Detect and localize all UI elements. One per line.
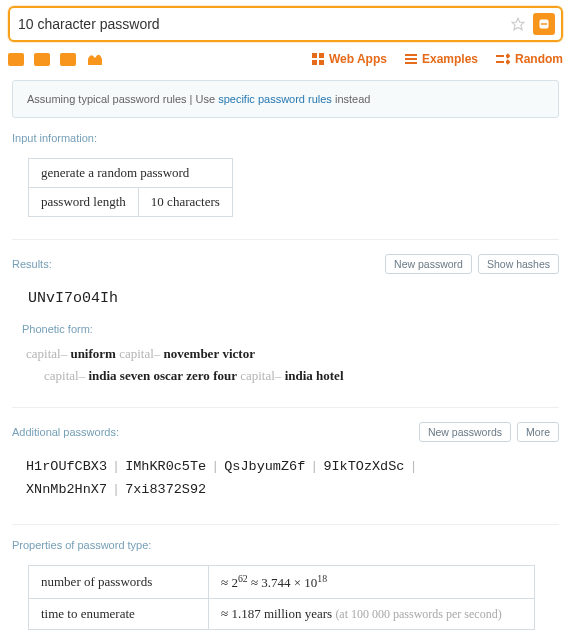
svg-rect-4 bbox=[319, 53, 324, 58]
input-info-row1: generate a random password bbox=[29, 159, 233, 188]
property-label: time to enumerate bbox=[29, 599, 209, 630]
search-bar bbox=[8, 6, 563, 42]
input-info-row2-label: password length bbox=[29, 188, 139, 217]
new-password-button[interactable]: New password bbox=[385, 254, 472, 274]
search-input[interactable] bbox=[18, 16, 509, 32]
new-passwords-button[interactable]: New passwords bbox=[419, 422, 511, 442]
separator: | bbox=[107, 482, 125, 497]
property-value: ≈ 262 ≈ 3.744 × 1018 bbox=[209, 566, 535, 599]
section-results: Results: New password Show hashes UNvI7o… bbox=[12, 254, 559, 397]
phonetic-word: seven bbox=[120, 368, 150, 383]
assumption-suffix: instead bbox=[332, 93, 371, 105]
section-title: Results: bbox=[12, 258, 52, 270]
phonetic-form: capital– uniform capital– november victo… bbox=[18, 341, 553, 389]
phonetic-prefix: capital– bbox=[240, 368, 284, 383]
phonetic-word: oscar bbox=[153, 368, 183, 383]
section-additional: Additional passwords: New passwords More… bbox=[12, 422, 559, 514]
image-input-icon[interactable] bbox=[34, 53, 50, 66]
phonetic-label: Phonetic form: bbox=[22, 323, 553, 335]
svg-rect-3 bbox=[312, 53, 317, 58]
table-row: number of passwords≈ 262 ≈ 3.744 × 1018 bbox=[29, 566, 535, 599]
property-label: number of passwords bbox=[29, 566, 209, 599]
nav-webapps-label: Web Apps bbox=[329, 52, 387, 66]
svg-rect-8 bbox=[405, 58, 417, 60]
properties-table: number of passwords≈ 262 ≈ 3.744 × 1018t… bbox=[28, 565, 535, 630]
phonetic-prefix: capital– bbox=[119, 346, 163, 361]
input-info-row2-value: 10 characters bbox=[138, 188, 232, 217]
data-input-icon[interactable] bbox=[60, 53, 76, 66]
nav-random[interactable]: Random bbox=[496, 52, 563, 66]
separator: | bbox=[404, 459, 422, 474]
assumption-bar: Assuming typical password rules | Use sp… bbox=[12, 80, 559, 118]
additional-password-item: H1rOUfCBX3 bbox=[26, 459, 107, 474]
section-title: Additional passwords: bbox=[12, 426, 119, 438]
phonetic-word: india bbox=[285, 368, 313, 383]
table-row: time to enumerate≈ 1.187 million years (… bbox=[29, 599, 535, 630]
svg-rect-5 bbox=[312, 60, 317, 65]
extended-keyboard-icon[interactable] bbox=[8, 53, 24, 66]
section-title: Properties of password type: bbox=[12, 539, 151, 551]
phonetic-prefix: capital– bbox=[44, 368, 88, 383]
svg-marker-0 bbox=[512, 18, 524, 30]
additional-password-item: QsJbyumZ6f bbox=[224, 459, 305, 474]
section-title: Input information: bbox=[12, 132, 97, 144]
phonetic-word: hotel bbox=[316, 368, 343, 383]
svg-rect-9 bbox=[405, 62, 417, 64]
property-value: ≈ 1.187 million years (at 100 000 passwo… bbox=[209, 599, 535, 630]
phonetic-word: four bbox=[213, 368, 237, 383]
phonetic-word: victor bbox=[222, 346, 254, 361]
svg-rect-7 bbox=[405, 54, 417, 56]
submit-button[interactable] bbox=[533, 13, 555, 35]
nav-examples-label: Examples bbox=[422, 52, 478, 66]
assumption-link[interactable]: specific password rules bbox=[218, 93, 332, 105]
section-input-info: Input information: generate a random pas… bbox=[12, 132, 559, 229]
phonetic-word: uniform bbox=[70, 346, 116, 361]
additional-password-item: XNnMb2HnX7 bbox=[26, 482, 107, 497]
result-password: UNvI7o04Ih bbox=[18, 284, 553, 313]
separator: | bbox=[107, 459, 125, 474]
separator: | bbox=[206, 459, 224, 474]
svg-rect-6 bbox=[319, 60, 324, 65]
more-button[interactable]: More bbox=[517, 422, 559, 442]
separator: | bbox=[305, 459, 323, 474]
phonetic-prefix: capital– bbox=[26, 346, 70, 361]
nav-webapps[interactable]: Web Apps bbox=[312, 52, 387, 66]
input-info-table: generate a random password password leng… bbox=[28, 158, 233, 217]
nav-random-label: Random bbox=[515, 52, 563, 66]
phonetic-word: zero bbox=[186, 368, 210, 383]
additional-password-item: IMhKR0c5Te bbox=[125, 459, 206, 474]
file-upload-icon[interactable] bbox=[86, 53, 102, 66]
section-properties: Properties of password type: number of p… bbox=[12, 539, 559, 630]
phonetic-word: india bbox=[88, 368, 116, 383]
additional-passwords: H1rOUfCBX3|IMhKR0c5Te|QsJbyumZ6f|9IkTOzX… bbox=[18, 452, 553, 506]
show-hashes-button[interactable]: Show hashes bbox=[478, 254, 559, 274]
additional-password-item: 7xi8372S92 bbox=[125, 482, 206, 497]
nav-examples[interactable]: Examples bbox=[405, 52, 478, 66]
star-icon[interactable] bbox=[509, 15, 527, 33]
toolbar: Web Apps Examples Random bbox=[8, 46, 563, 72]
additional-password-item: 9IkTOzXdSc bbox=[323, 459, 404, 474]
phonetic-word: november bbox=[164, 346, 220, 361]
assumption-prefix: Assuming typical password rules | Use bbox=[27, 93, 218, 105]
